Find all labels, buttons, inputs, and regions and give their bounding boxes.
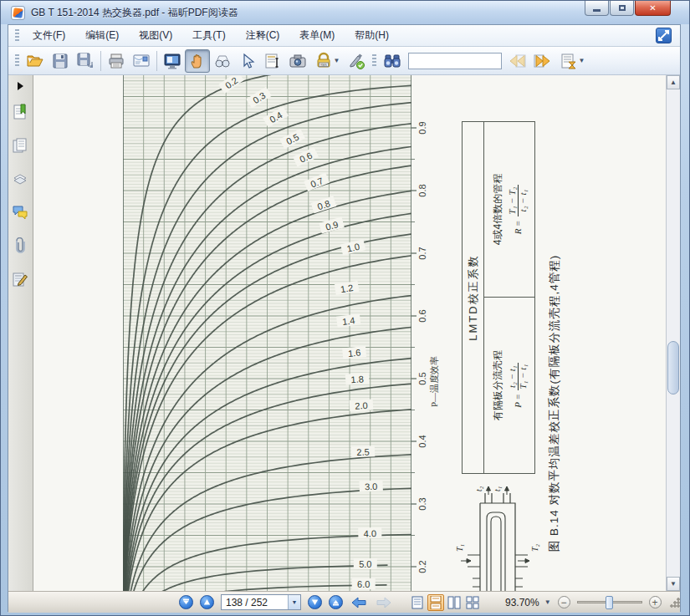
signature-button[interactable]	[344, 49, 369, 73]
restore-icon	[619, 5, 626, 11]
sidebar-expand-button[interactable]	[10, 79, 30, 94]
menubar-grip[interactable]	[15, 29, 19, 43]
zoom-level-value[interactable]: 93.70%	[505, 597, 539, 608]
previous-page-button[interactable]	[200, 595, 214, 609]
search-input[interactable]	[408, 53, 502, 69]
menu-comment[interactable]: 注释(C)	[236, 26, 290, 45]
menu-file[interactable]: 文件(F)	[23, 26, 75, 45]
zoom-tools-button[interactable]	[210, 49, 235, 73]
save-button[interactable]	[48, 49, 73, 73]
menu-tools[interactable]: 工具(T)	[182, 26, 235, 45]
print-button[interactable]	[104, 49, 129, 73]
sidebar-comments-button[interactable]	[10, 202, 30, 222]
sidebar-pages-button[interactable]	[10, 135, 30, 155]
find-next-button[interactable]	[530, 49, 555, 73]
scroll-down-button[interactable]: ▼	[667, 577, 680, 591]
find-button[interactable]	[380, 49, 405, 73]
printer-icon	[107, 52, 125, 70]
scroll-up-icon: ▲	[670, 79, 677, 86]
dropdown-caret-icon: ▼	[334, 57, 340, 64]
email-button[interactable]	[129, 49, 154, 73]
p-axis-label: P—温度效率	[425, 328, 443, 407]
p-tick-0.6: 0.6	[417, 309, 427, 322]
continuous-view-button[interactable]	[427, 594, 444, 611]
menu-view[interactable]: 视图(V)	[129, 26, 182, 45]
legend-tube-formula: R = T₁ − T₂t₂ − t₁	[508, 185, 528, 235]
legend-shell-formula: P = t₂ − t₁T₁ − t₁	[508, 363, 528, 407]
next-view-button[interactable]	[376, 597, 392, 608]
glasses-icon	[213, 52, 232, 70]
previous-view-button[interactable]	[350, 597, 367, 608]
p-tick-0.8: 0.8	[417, 184, 427, 196]
minimize-button[interactable]	[585, 1, 609, 16]
find-previous-button[interactable]	[505, 49, 530, 73]
layers-icon	[12, 171, 28, 187]
continuous-facing-view-button[interactable]	[464, 594, 481, 611]
workspace: 0.10.20.30.40.50.60.70.80.91.01.21.41.61…	[8, 75, 680, 591]
scroll-up-button[interactable]: ▲	[667, 75, 680, 89]
expand-arrow-icon	[16, 81, 24, 91]
vertical-scrollbar[interactable]: ▲ ▼	[666, 75, 680, 591]
zoom-slider-thumb[interactable]	[606, 596, 613, 609]
curve-label-5.0: 5.0	[354, 558, 377, 569]
save-all-button[interactable]	[73, 49, 98, 73]
select-annotation-button[interactable]	[235, 49, 260, 73]
foxit-app-icon	[11, 6, 25, 20]
toolbar-separator	[100, 51, 101, 71]
app-frame: 文件(F) 编辑(E) 视图(V) 工具(T) 注释(C) 表单(M) 帮助(H…	[8, 24, 681, 612]
zoom-in-button[interactable]: +	[649, 596, 662, 608]
camera-icon	[289, 52, 307, 70]
page-number-value[interactable]: 138 / 252	[222, 597, 288, 608]
svg-text:5.0: 5.0	[359, 559, 371, 569]
sidebar-attachments-button[interactable]	[10, 236, 30, 256]
menu-bar: 文件(F) 编辑(E) 视图(V) 工具(T) 注释(C) 表单(M) 帮助(H…	[8, 25, 680, 47]
hand-tool-button[interactable]	[185, 49, 210, 73]
save-icon	[51, 52, 69, 70]
page-combo-caret-icon[interactable]: ▼	[288, 595, 300, 609]
svg-text:4.0: 4.0	[363, 528, 376, 538]
curve-label-1.8: 1.8	[345, 373, 370, 385]
sidebar-bookmarks-button[interactable]	[10, 102, 30, 122]
sidebar-signature-button[interactable]	[10, 269, 30, 289]
zoom-caret-icon[interactable]: ▼	[544, 598, 551, 606]
next-page-button[interactable]	[308, 595, 322, 609]
legend-shell-cell: 有隔板分流壳程 P = t₂ − t₁T₁ − t₁	[484, 298, 534, 473]
scroll-down-icon: ▼	[670, 580, 677, 588]
title-bar[interactable]: GB T 151-2014 热交换器.pdf - 福昕PDF阅读器 ✕	[1, 1, 689, 24]
status-bar: 138 / 252 ▼ 93.70% ▼ − +	[8, 591, 680, 613]
single-page-view-button[interactable]	[409, 594, 426, 611]
menu-form[interactable]: 表单(M)	[289, 26, 345, 45]
p-axis-label-wrap: P—温度效率	[425, 328, 443, 407]
resize-grip[interactable]	[670, 598, 680, 608]
last-page-button[interactable]	[329, 595, 343, 609]
open-button[interactable]	[23, 49, 48, 73]
async-tasks-button[interactable]: ▼	[555, 49, 589, 73]
curve-label-2.0: 2.0	[350, 400, 374, 411]
zoom-out-button[interactable]: −	[558, 596, 570, 608]
toolbar-grip[interactable]	[15, 54, 19, 68]
scrollbar-thumb[interactable]	[667, 341, 679, 395]
select-text-button[interactable]	[260, 49, 285, 73]
zoom-slider[interactable]	[577, 601, 642, 603]
toolbar-grip[interactable]	[372, 54, 376, 68]
page-number-combo[interactable]: 138 / 252 ▼	[221, 594, 301, 610]
curve-label-4.0: 4.0	[358, 527, 381, 538]
schematic-label-T2: T₂	[530, 543, 539, 552]
menu-help[interactable]: 帮助(H)	[345, 26, 399, 45]
legend-tube-cell: 4或4倍数的管程 R = T₁ − T₂t₂ − t₁	[484, 122, 534, 298]
document-page[interactable]: 0.10.20.30.40.50.60.70.80.91.01.21.41.61…	[33, 75, 666, 591]
svg-text:1.6: 1.6	[347, 348, 360, 359]
snapshot-button[interactable]	[285, 49, 310, 73]
menu-edit[interactable]: 编辑(E)	[75, 26, 129, 45]
close-button[interactable]: ✕	[635, 1, 671, 16]
dropdown-caret-icon: ▼	[579, 57, 585, 64]
reading-mode-icon[interactable]	[656, 28, 672, 43]
sidebar-layers-button[interactable]	[10, 169, 30, 189]
restore-button[interactable]	[610, 1, 634, 16]
rms-protect-button[interactable]: RMS ▼	[310, 49, 344, 73]
app-window: GB T 151-2014 热交换器.pdf - 福昕PDF阅读器 ✕ 文件(F…	[0, 0, 690, 616]
facing-view-button[interactable]	[446, 594, 463, 611]
first-page-button[interactable]	[179, 595, 193, 609]
find-previous-icon	[508, 52, 528, 70]
fullscreen-button[interactable]	[160, 49, 185, 73]
